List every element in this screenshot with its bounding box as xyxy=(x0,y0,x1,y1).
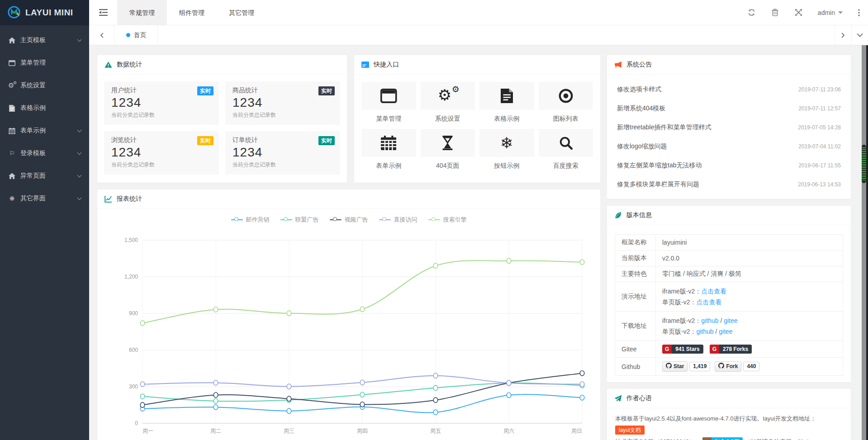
tab-scroll-right-icon[interactable] xyxy=(835,25,851,45)
quick-entry-header: 快捷入口 xyxy=(354,55,600,75)
quick-entry-title: 快捷入口 xyxy=(374,61,399,69)
stat-desc: 当前分类总记录数 xyxy=(232,161,333,169)
qq-line-suffix: （加群请备注来源：如gitee xyxy=(745,438,816,440)
stat-box-0: 用户统计1234当前分类总记录数实时 xyxy=(104,81,219,125)
quick-entry-label: 表格示例 xyxy=(479,115,534,123)
legend-label: 邮件营销 xyxy=(246,216,270,224)
legend-item-4[interactable]: 搜索引擎 xyxy=(428,216,467,224)
quick-entry-3[interactable]: 图标列表 xyxy=(539,82,593,123)
snowflake-icon: ❄ xyxy=(479,129,534,157)
top-nav-tab-0[interactable]: 常规管理 xyxy=(117,0,167,25)
legend-marker-icon xyxy=(231,219,243,221)
scrollbar-thumb[interactable] xyxy=(862,145,866,183)
tab-scroll-left-icon[interactable] xyxy=(89,25,114,45)
content-left-column: 数据统计 用户统计1234当前分类总记录数实时商品统计1234当前分类总记录数实… xyxy=(97,55,600,440)
version-link[interactable]: github xyxy=(696,328,713,335)
top-nav-tab-1[interactable]: 组件管理 xyxy=(167,0,217,25)
data-stats-header: 数据统计 xyxy=(97,55,347,75)
sidebar-item-4[interactable]: 表单示例 xyxy=(0,119,89,142)
report-header: 报表统计 xyxy=(97,189,600,209)
legend-item-1[interactable]: 联盟广告 xyxy=(280,216,319,224)
github-star-button[interactable]: Star xyxy=(662,361,688,372)
gitee-badge[interactable]: G278 Forks xyxy=(710,345,752,354)
top-nav-tab-2[interactable]: 其它管理 xyxy=(217,0,266,25)
quick-entry-6[interactable]: ❄按钮示例 xyxy=(479,129,534,170)
chevron-down-icon xyxy=(77,128,82,132)
notice-item-5: 修复多模块菜单栏展开有问题2019-06-13 14:53 xyxy=(617,175,841,194)
legend-marker-icon xyxy=(330,219,342,221)
gitee-badge[interactable]: G941 Stars xyxy=(662,345,703,354)
github-star-widget: Star1,419 xyxy=(662,361,710,372)
sidebar-item-1[interactable]: 菜单管理 xyxy=(0,52,89,74)
search-icon xyxy=(539,129,593,157)
quick-entry-7[interactable]: 百度搜索 xyxy=(539,129,593,170)
version-link[interactable]: 点击查看 xyxy=(696,298,721,306)
quick-entry-1[interactable]: ⚙⚙系统设置 xyxy=(421,82,475,123)
tab-operations-dropdown-icon[interactable] xyxy=(851,25,868,45)
quick-entry-label: 菜单管理 xyxy=(361,115,416,123)
report-line-chart: 03006009001,2001,500周一周二周三周四周五周六周日 xyxy=(104,227,593,440)
legend-marker-icon xyxy=(280,219,292,221)
sidebar-item-7[interactable]: ❋其它界面 xyxy=(0,187,89,210)
active-tab-dot-icon xyxy=(126,33,130,37)
asterisk-icon: ❋ xyxy=(8,195,16,202)
version-title: 版本信息 xyxy=(626,211,652,219)
sidebar-menu: 主页模板菜单管理⚙⚙系统设置表格示例表单示例⚐登录模板异常页面❋其它界面 xyxy=(0,25,89,210)
notice-text: 修改logo缩放问题 xyxy=(617,142,667,151)
github-fork-button[interactable]: Fork xyxy=(715,361,741,372)
svg-text:600: 600 xyxy=(129,347,138,353)
quick-entry-5[interactable]: 404页面 xyxy=(421,129,475,170)
legend-item-2[interactable]: 视频广告 xyxy=(330,216,368,224)
svg-text:周二: 周二 xyxy=(210,428,221,434)
more-vertical-icon[interactable] xyxy=(850,0,868,25)
user-dropdown[interactable]: admin xyxy=(811,0,850,25)
legend-item-3[interactable]: 直接访问 xyxy=(379,216,417,224)
content-right-column: 系统公告 修改选项卡样式2019-07-11 23:06新增系统404模板201… xyxy=(607,55,851,440)
dot-circle-icon xyxy=(539,82,593,110)
notice-text: 新增系统404模板 xyxy=(617,104,665,113)
version-link[interactable]: gitee xyxy=(719,328,732,335)
stat-value: 1234 xyxy=(111,95,212,110)
sidebar-item-label: 异常页面 xyxy=(20,172,46,180)
quick-entry-0[interactable]: 菜单管理 xyxy=(361,82,416,123)
app-logo[interactable]: LAYUI MINI xyxy=(0,0,89,25)
sidebar-item-6[interactable]: 异常页面 xyxy=(0,165,89,187)
clear-cache-trash-icon[interactable] xyxy=(764,0,787,25)
tab-home-label: 首页 xyxy=(134,31,147,39)
quick-entry-4[interactable]: 表单示例 xyxy=(361,129,416,170)
fullscreen-icon[interactable] xyxy=(787,0,811,25)
legend-label: 直接访问 xyxy=(394,216,417,224)
collapse-sidebar-icon[interactable] xyxy=(89,0,117,25)
sidebar-item-5[interactable]: ⚐登录模板 xyxy=(0,142,89,165)
data-stats-card: 数据统计 用户统计1234当前分类总记录数实时商品统计1234当前分类总记录数实… xyxy=(97,55,347,183)
qq-badge-label: 加入QQ群 xyxy=(711,437,743,440)
version-row-4: 下载地址iframe版-v2：github / gitee单页版-v2：gith… xyxy=(615,312,843,341)
author-title: 作者心语 xyxy=(626,394,652,402)
layui-doc-badge[interactable]: layui文档 xyxy=(615,426,645,435)
scrollbar-track[interactable] xyxy=(862,45,866,440)
warning-triangle-icon xyxy=(104,61,112,68)
quick-entry-2[interactable]: 表格示例 xyxy=(479,82,534,123)
notice-date: 2019-07-05 14:28 xyxy=(798,124,841,131)
top-nav-tabs: 常规管理组件管理其它管理 xyxy=(117,0,266,25)
join-qq-group-badge[interactable]: 加入QQ群 xyxy=(702,437,743,440)
version-link[interactable]: gitee xyxy=(724,317,737,324)
tab-home[interactable]: 首页 xyxy=(114,25,158,45)
svg-text:1,200: 1,200 xyxy=(124,274,138,280)
username: admin xyxy=(818,9,835,16)
layuimini-dashboard: LAYUI MINI 主页模板菜单管理⚙⚙系统设置表格示例表单示例⚐登录模板异常… xyxy=(0,0,868,440)
sidebar-item-0[interactable]: 主页模板 xyxy=(0,29,89,52)
version-link[interactable]: 点击查看 xyxy=(701,288,726,295)
notice-title: 系统公告 xyxy=(626,61,652,69)
github-fork-count[interactable]: 440 xyxy=(743,362,759,371)
sidebar-item-2[interactable]: ⚙⚙系统设置 xyxy=(0,74,89,97)
github-star-count[interactable]: 1,419 xyxy=(689,362,710,371)
blue-window-icon xyxy=(361,61,369,68)
stat-label: 用户统计 xyxy=(111,86,212,95)
version-link[interactable]: github xyxy=(701,317,718,324)
refresh-icon[interactable] xyxy=(740,0,764,25)
sidebar-item-3[interactable]: 表格示例 xyxy=(0,97,89,119)
scrollbar xyxy=(862,45,868,440)
legend-item-0[interactable]: 邮件营销 xyxy=(231,216,270,224)
paper-plane-icon xyxy=(614,395,622,402)
